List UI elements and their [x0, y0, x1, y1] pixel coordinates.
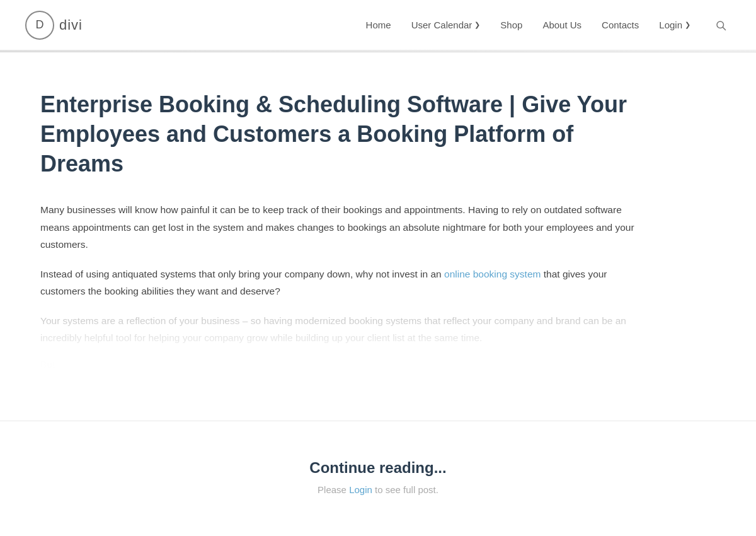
- nav-item-home[interactable]: Home: [366, 20, 391, 30]
- main-nav: Home User Calendar ❯ Shop About Us Conta…: [366, 15, 731, 35]
- svg-line-1: [723, 27, 725, 30]
- nav-item-shop[interactable]: Shop: [500, 20, 522, 30]
- nav-item-user-calendar[interactable]: User Calendar ❯: [411, 20, 481, 30]
- search-icon: [715, 20, 726, 31]
- faded-content: Your systems are a reflection of your bu…: [40, 312, 653, 370]
- main-content: Enterprise Booking & Scheduling Software…: [0, 52, 693, 421]
- page-title: Enterprise Booking & Scheduling Software…: [40, 90, 653, 178]
- site-header: D divi Home User Calendar ❯ Shop About U…: [0, 0, 756, 50]
- search-button[interactable]: [711, 15, 731, 35]
- login-link[interactable]: Login: [349, 484, 372, 495]
- login-prompt-after: to see full post.: [372, 484, 438, 495]
- logo-icon: D: [25, 11, 54, 40]
- chevron-down-icon: ❯: [685, 21, 690, 29]
- paragraph-4: But: [40, 359, 653, 370]
- logo-link[interactable]: D divi: [25, 11, 83, 40]
- login-prompt: Please Login to see full post.: [0, 484, 756, 495]
- chevron-down-icon: ❯: [474, 21, 480, 29]
- nav-item-login[interactable]: Login ❯: [659, 20, 690, 30]
- nav-item-contacts[interactable]: Contacts: [602, 20, 639, 30]
- paragraph-2: Instead of using antiquated systems that…: [40, 265, 653, 300]
- nav-item-about-us[interactable]: About Us: [542, 20, 581, 30]
- logo-wordmark: divi: [59, 17, 83, 33]
- online-booking-system-link[interactable]: online booking system: [444, 269, 541, 279]
- paragraph-1: Many businesses will know how painful it…: [40, 201, 653, 252]
- paragraph-2-text-before: Instead of using antiquated systems that…: [40, 269, 444, 279]
- paragraph-3: Your systems are a reflection of your bu…: [40, 312, 653, 346]
- login-prompt-before: Please: [318, 484, 349, 495]
- continue-reading-section: Continue reading... Please Login to see …: [0, 446, 756, 520]
- section-divider: [0, 421, 756, 421]
- continue-reading-title: Continue reading...: [0, 459, 756, 477]
